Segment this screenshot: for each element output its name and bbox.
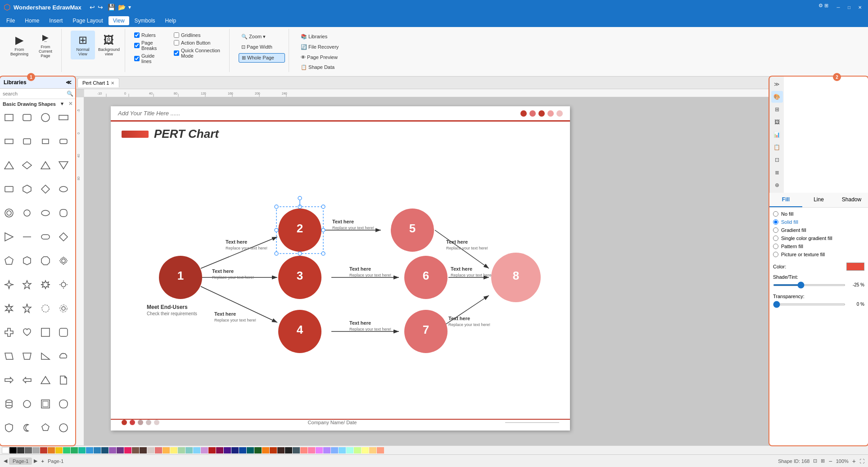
- zoom-btn[interactable]: 🔍 Zoom ▾: [239, 32, 285, 41]
- pattern-fill-option[interactable]: Pattern fill: [773, 244, 864, 249]
- line-tab[interactable]: Line: [802, 193, 835, 207]
- menu-file[interactable]: File: [2, 16, 19, 25]
- strip-more-btn[interactable]: ⊕: [771, 179, 783, 191]
- shape-teardrop[interactable]: [20, 397, 34, 411]
- swatch-lyellow[interactable]: [170, 447, 177, 453]
- shape-right-tri[interactable]: [38, 349, 53, 363]
- shape-ellipse2[interactable]: [56, 421, 71, 435]
- shape-data-btn[interactable]: 📋 Shape Data: [298, 63, 345, 72]
- shape-shield[interactable]: [2, 421, 16, 435]
- redo-btn[interactable]: ↪: [98, 4, 103, 11]
- shape-rect-fill1[interactable]: [2, 182, 16, 196]
- shape-doc[interactable]: [56, 373, 71, 387]
- file-recovery-btn[interactable]: 🔄 File Recovery: [298, 43, 345, 51]
- open-btn[interactable]: 📂: [118, 4, 126, 11]
- shape-rect-r2[interactable]: [56, 325, 71, 340]
- menu-insert[interactable]: Insert: [45, 16, 67, 25]
- picture-fill-option[interactable]: Picture or texture fill: [773, 252, 864, 257]
- swatch-green[interactable]: [71, 447, 78, 453]
- shape-rect-small4[interactable]: [56, 134, 71, 149]
- swatch-r4[interactable]: [231, 447, 239, 453]
- swatch-yellow[interactable]: [55, 447, 63, 453]
- shapes-section-header[interactable]: Basic Drawing Shapes ▾ ✕: [0, 99, 75, 109]
- swatch-g5[interactable]: [331, 447, 338, 453]
- shape-triangle1[interactable]: [2, 158, 16, 172]
- swatch-black[interactable]: [9, 447, 17, 453]
- page-width-btn[interactable]: ⊡ Page Width: [239, 43, 285, 51]
- strip-table-btn[interactable]: 📋: [771, 141, 783, 153]
- swatch-r11[interactable]: [285, 447, 292, 453]
- shape-cloud[interactable]: [56, 349, 71, 363]
- menu-home[interactable]: Home: [20, 16, 44, 25]
- shape-line-h[interactable]: [20, 230, 34, 244]
- swatch-g2[interactable]: [308, 447, 315, 453]
- shapes-section-toggle[interactable]: ▾: [61, 101, 63, 107]
- shape-squircle[interactable]: [56, 206, 71, 220]
- swatch-darkgray[interactable]: [17, 447, 24, 453]
- shape-ring[interactable]: [2, 206, 16, 220]
- swatch-lteal[interactable]: [185, 447, 193, 453]
- shape-star4[interactable]: [2, 277, 16, 292]
- page-tab[interactable]: Page-1: [9, 458, 32, 465]
- shape-rect-rounded2[interactable]: [56, 397, 71, 411]
- search-input[interactable]: [3, 91, 65, 96]
- strip-expand-btn[interactable]: ≫: [771, 78, 783, 90]
- zoom-out-btn[interactable]: −: [828, 458, 832, 465]
- menu-symbols[interactable]: Symbols: [130, 16, 160, 25]
- swatch-pink[interactable]: [124, 447, 131, 453]
- strip-grid-btn[interactable]: ⊞: [771, 104, 783, 115]
- shape-cross[interactable]: [2, 325, 16, 340]
- shape-rect-small3[interactable]: [38, 134, 53, 149]
- swatch-r2[interactable]: [216, 447, 223, 453]
- swatch-r7[interactable]: [254, 447, 262, 453]
- checkbox-action-button[interactable]: Action Button: [174, 40, 226, 45]
- checkbox-quick-connection[interactable]: Quick Connection Mode: [174, 48, 226, 59]
- swatch-red[interactable]: [40, 447, 47, 453]
- shape-cylinder[interactable]: [2, 397, 16, 411]
- swatch-lgray[interactable]: [32, 447, 40, 453]
- shade-slider[interactable]: [773, 284, 845, 286]
- menu-pagelayout[interactable]: Page Layout: [68, 16, 107, 25]
- swatch-g6[interactable]: [339, 447, 346, 453]
- shape-rectangle-rounded[interactable]: [20, 110, 34, 125]
- strip-chart-btn[interactable]: 📊: [771, 129, 783, 141]
- maximize-btn[interactable]: □: [845, 3, 854, 12]
- shape-trapezoid[interactable]: [20, 349, 34, 363]
- transparency-slider[interactable]: [773, 304, 845, 305]
- swatch-r12[interactable]: [293, 447, 300, 453]
- swatch-beige[interactable]: [147, 447, 154, 453]
- shape-triangle-up[interactable]: [38, 373, 53, 387]
- fullscreen-btn[interactable]: ⛶: [859, 458, 864, 464]
- page-nav-right[interactable]: ▶: [34, 458, 37, 464]
- pert-diagram[interactable]: Text here Replace your text here! Text h…: [111, 160, 570, 422]
- shape-rect-small2[interactable]: [20, 134, 34, 149]
- swatch-r8[interactable]: [262, 447, 269, 453]
- swatch-white[interactable]: [2, 447, 9, 453]
- swatch-g11[interactable]: [377, 447, 384, 453]
- shape-diamond[interactable]: [38, 182, 53, 196]
- checkbox-rulers[interactable]: Rulers: [134, 32, 165, 38]
- single-gradient-option[interactable]: Single color gradient fill: [773, 236, 864, 241]
- shape-arrow-r[interactable]: [2, 373, 16, 387]
- save-btn[interactable]: 💾: [108, 4, 115, 11]
- swatch-gray[interactable]: [25, 447, 32, 453]
- background-view-btn[interactable]: 🖼 Backgroundview: [97, 31, 121, 59]
- shape-parallelogram[interactable]: [2, 349, 16, 363]
- menu-help[interactable]: Help: [161, 16, 181, 25]
- shape-rect-small1[interactable]: [2, 134, 16, 149]
- shape-arrow-l[interactable]: [20, 373, 34, 387]
- swatch-g9[interactable]: [362, 447, 369, 453]
- shape-star6[interactable]: [38, 277, 53, 292]
- swatch-r5[interactable]: [239, 447, 246, 453]
- fit-width-btn[interactable]: ⊡: [813, 458, 817, 464]
- swatch-r3[interactable]: [224, 447, 231, 453]
- shape-oval-ring[interactable]: [38, 206, 53, 220]
- swatch-r6[interactable]: [247, 447, 254, 453]
- gradient-fill-option[interactable]: Gradient fill: [773, 227, 864, 233]
- shape-circle[interactable]: [38, 110, 53, 125]
- swatch-dblue[interactable]: [101, 447, 108, 453]
- shape-oval-h[interactable]: [56, 182, 71, 196]
- fill-tab[interactable]: Fill: [769, 193, 802, 207]
- normal-view-btn[interactable]: ⊞ NormalView: [71, 31, 95, 59]
- shape-heart[interactable]: [20, 325, 34, 340]
